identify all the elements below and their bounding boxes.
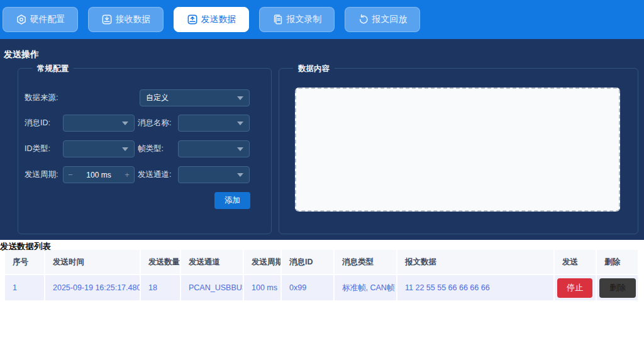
hardware-config-icon [16,14,27,25]
col-send: 发送 [555,250,596,274]
receive-data-icon [101,14,113,25]
col-period: 发送周期 [244,250,280,274]
data-source-label: 数据来源: [25,89,58,106]
frame-type-label: 帧类型: [138,140,164,157]
tab-receive-data[interactable]: 接收数据 [88,7,164,32]
message-id-label: 消息ID: [25,115,50,132]
cell-count: 18 [141,275,180,300]
chevron-down-icon [122,147,128,151]
chevron-down-icon [237,96,243,100]
data-source-select[interactable]: 自定义 [140,89,250,106]
top-toolbar: 硬件配置 接收数据 发送数据 报文录制 报文回放 [0,0,644,39]
tab-label: 报文回放 [372,14,408,25]
cell-msg-type: 标准帧, CAN帧 [335,275,396,300]
tab-send-data[interactable]: 发送数据 [174,7,249,32]
frame-type-select[interactable] [178,140,250,157]
send-data-table: 序号 发送时间 发送数量 发送通道 发送周期 消息ID 消息类型 报文数据 发送… [5,250,638,300]
general-config-panel: 常规配置 数据来源: 自定义 消息ID: 消息名称: ID类型: 帧类型: [18,68,272,234]
message-name-label: 消息名称: [138,115,171,132]
table-header-row: 序号 发送时间 发送数量 发送通道 发送周期 消息ID 消息类型 报文数据 发送… [5,250,638,274]
chevron-down-icon [237,173,243,177]
chevron-down-icon [237,147,243,151]
col-data: 报文数据 [397,250,553,274]
col-msg-type: 消息类型 [335,250,396,274]
stepper-plus-button[interactable]: + [120,170,134,179]
cell-data: 11 22 55 55 66 66 66 66 [397,275,553,300]
page-title: 发送操作 [4,49,39,60]
chevron-down-icon [122,122,128,125]
tab-label: 接收数据 [116,14,151,25]
chevron-down-icon [237,122,243,125]
send-channel-select[interactable] [178,166,250,183]
tab-label: 报文录制 [287,14,322,25]
send-channel-label: 发送通道: [138,166,171,183]
general-config-legend: 常规配置 [32,64,74,74]
cell-period: 100 ms [244,275,280,300]
data-content-panel: 数据内容 [279,68,638,234]
tab-message-replay[interactable]: 报文回放 [345,7,420,32]
cell-delete: 删除 [597,275,638,300]
col-index: 序号 [5,250,44,274]
col-msg-id: 消息ID [282,250,333,274]
delete-button[interactable]: 删除 [599,278,636,298]
message-name-select[interactable] [178,115,250,132]
col-delete: 删除 [597,250,638,274]
send-period-value[interactable]: 100 ms [77,171,120,179]
tab-label: 硬件配置 [30,14,65,25]
message-replay-icon [358,14,369,25]
cell-msg-id: 0x99 [282,275,333,300]
table-row: 1 2025-09-19 16:25:17.480 18 PCAN_USBBUS… [5,275,638,300]
message-record-icon [272,14,284,25]
col-count: 发送数量 [141,250,180,274]
data-source-value: 自定义 [146,93,169,103]
cell-time: 2025-09-19 16:25:17.480 [45,275,140,300]
stop-button[interactable]: 停止 [557,278,592,298]
cell-channel: PCAN_USBBUS1 [181,275,243,300]
tab-message-record[interactable]: 报文录制 [259,7,335,32]
id-type-label: ID类型: [25,140,50,157]
cell-send: 停止 [555,275,596,300]
tab-hardware-config[interactable]: 硬件配置 [3,7,78,32]
col-channel: 发送通道 [181,250,243,274]
send-data-icon [187,14,198,25]
message-id-select[interactable] [63,115,135,132]
tab-label: 发送数据 [201,14,236,25]
add-button[interactable]: 添加 [214,192,250,209]
cell-index: 1 [5,275,44,300]
send-period-label: 发送周期: [25,166,58,183]
send-period-stepper: − 100 ms + [63,166,135,183]
data-content-legend: 数据内容 [293,64,335,74]
stepper-minus-button[interactable]: − [64,170,77,179]
id-type-select[interactable] [63,140,135,157]
data-content-textarea[interactable] [295,88,620,212]
send-operation-section: 发送操作 常规配置 数据来源: 自定义 消息ID: 消息名称: ID类型: 帧类… [0,39,644,240]
col-time: 发送时间 [45,250,140,274]
